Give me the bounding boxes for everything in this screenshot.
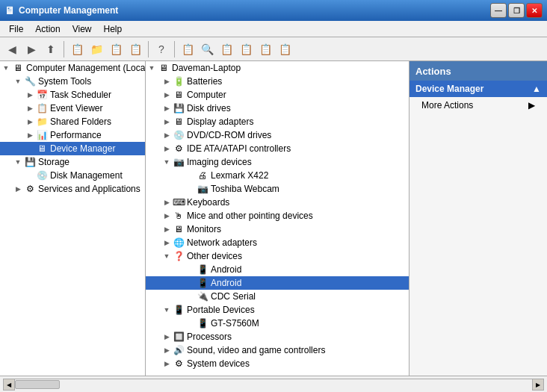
expand-middle-root[interactable]: ▼ [146, 64, 158, 72]
middle-item-imaging[interactable]: ▼ 📷 Imaging devices [146, 155, 409, 169]
expand-processors[interactable]: ▶ [161, 333, 173, 340]
forward-button[interactable]: ▶ [22, 40, 40, 58]
webcam-label: Toshiba Webcam [211, 184, 279, 194]
expand-monitors[interactable]: ▶ [161, 225, 173, 233]
tree-system-tools[interactable]: ▼ 🔧 System Tools [0, 75, 145, 88]
tree-device-manager[interactable]: 🖥 Device Manager [0, 142, 145, 155]
mice-label: Mice and other pointing devices [187, 211, 313, 221]
toolbar-btn-8[interactable]: 📋 [237, 40, 255, 58]
middle-item-sound[interactable]: ▶ 🔊 Sound, video and game controllers [146, 343, 409, 357]
menu-help[interactable]: Help [98, 22, 129, 36]
middle-item-monitors[interactable]: ▶ 🖥 Monitors [146, 223, 409, 236]
tree-performance[interactable]: ▶ 📊 Performance [0, 128, 145, 142]
middle-item-processors[interactable]: ▶ 🔲 Processors [146, 330, 409, 343]
toolbar-btn-10[interactable]: 📋 [276, 40, 294, 58]
actions-group-device-manager[interactable]: Device Manager ▲ [410, 81, 547, 97]
toolbar-btn-6[interactable]: 🔍 [198, 40, 216, 58]
up-button[interactable]: ⬆ [42, 40, 60, 58]
actions-group-label: Device Manager [415, 84, 483, 94]
scroll-left-button[interactable]: ◀ [3, 379, 15, 391]
expand-mice[interactable]: ▶ [161, 212, 173, 220]
gt-icon: 📱 [197, 317, 208, 329]
tree-storage[interactable]: ▼ 💾 Storage [0, 155, 145, 169]
expand-other[interactable]: ▼ [161, 252, 173, 260]
toolbar-btn-2[interactable]: 📁 [87, 40, 105, 58]
middle-item-lexmark[interactable]: 🖨 Lexmark X422 [146, 169, 409, 182]
tree-task-scheduler[interactable]: ▶ 📅 Task Scheduler [0, 88, 145, 102]
middle-item-computer[interactable]: ▶ 🖥 Computer [146, 88, 409, 102]
horizontal-scrollbar[interactable]: ◀ ▶ [3, 379, 544, 391]
menu-view[interactable]: View [67, 22, 98, 36]
scroll-thumb[interactable] [15, 380, 60, 389]
middle-item-android-1[interactable]: 📱 Android [146, 263, 409, 276]
tree-services-apps[interactable]: ▶ ⚙ Services and Applications [0, 182, 145, 196]
expand-network[interactable]: ▶ [161, 239, 173, 246]
middle-item-display[interactable]: ▶ 🖥 Display adapters [146, 115, 409, 128]
toolbar-btn-9[interactable]: 📋 [256, 40, 274, 58]
middle-tree[interactable]: ▼ 🖥 Daveman-Laptop ▶ 🔋 Batteries ▶ 🖥 Com… [146, 61, 409, 376]
expand-system-d[interactable]: ▶ [161, 360, 173, 367]
expand-sound[interactable]: ▶ [161, 346, 173, 354]
toolbar-btn-4[interactable]: 📋 [126, 40, 144, 58]
scroll-right-button[interactable]: ▶ [532, 379, 544, 391]
middle-item-system[interactable]: ▶ ⚙ System devices [146, 357, 409, 370]
middle-item-webcam[interactable]: 📷 Toshiba Webcam [146, 182, 409, 196]
toolbar-btn-3[interactable]: 📋 [107, 40, 125, 58]
expand-root[interactable]: ▼ [0, 64, 12, 72]
expand-event-viewer[interactable]: ▶ [24, 105, 36, 112]
actions-more-actions[interactable]: More Actions ▶ [410, 97, 547, 113]
middle-item-disk-drives[interactable]: ▶ 💾 Disk drives [146, 102, 409, 115]
middle-root-label: Daveman-Laptop [172, 63, 241, 73]
minimize-button[interactable]: — [490, 3, 507, 18]
middle-root[interactable]: ▼ 🖥 Daveman-Laptop [146, 61, 409, 75]
help-button[interactable]: ? [152, 40, 170, 58]
middle-item-portable[interactable]: ▼ 📱 Portable Devices [146, 303, 409, 317]
middle-item-cdc[interactable]: 🔌 CDC Serial [146, 290, 409, 303]
dvd-label: DVD/CD-ROM drives [187, 130, 271, 140]
menu-action[interactable]: Action [29, 22, 66, 36]
android-2-label: Android [211, 278, 241, 288]
expand-ide[interactable]: ▶ [161, 145, 173, 152]
tree-shared-folders[interactable]: ▶ 📁 Shared Folders [0, 115, 145, 128]
expand-display[interactable]: ▶ [161, 118, 173, 125]
tree-disk-management[interactable]: 💿 Disk Management [0, 169, 145, 182]
middle-item-android-2[interactable]: 📱 Android [146, 276, 409, 290]
expand-shared-folders[interactable]: ▶ [24, 118, 36, 125]
expand-computer[interactable]: ▶ [161, 91, 173, 99]
expand-keyboards[interactable]: ▶ [161, 199, 173, 206]
expand-disk-drives[interactable]: ▶ [161, 105, 173, 112]
middle-item-dvd[interactable]: ▶ 💿 DVD/CD-ROM drives [146, 128, 409, 142]
computer-icon: 🖥 [12, 62, 24, 74]
tree-event-viewer[interactable]: ▶ 📋 Event Viewer [0, 102, 145, 115]
toolbar: ◀ ▶ ⬆ 📋 📁 📋 📋 ? 📋 🔍 📋 📋 📋 📋 [0, 37, 547, 61]
middle-item-gt[interactable]: 📱 GT-S7560M [146, 317, 409, 330]
left-tree[interactable]: ▼ 🖥 Computer Management (Local ▼ 🔧 Syste… [0, 61, 145, 376]
middle-item-keyboards[interactable]: ▶ ⌨ Keyboards [146, 196, 409, 209]
expand-performance[interactable]: ▶ [24, 131, 36, 139]
expand-task-scheduler[interactable]: ▶ [24, 91, 36, 99]
expand-portable[interactable]: ▼ [161, 306, 173, 314]
actions-group-expand-icon: ▲ [532, 84, 541, 94]
back-button[interactable]: ◀ [3, 40, 21, 58]
expand-dvd[interactable]: ▶ [161, 131, 173, 139]
toolbar-btn-5[interactable]: 📋 [179, 40, 197, 58]
middle-item-ide[interactable]: ▶ ⚙ IDE ATA/ATAPI controllers [146, 142, 409, 155]
expand-storage[interactable]: ▼ [12, 158, 24, 166]
expand-batteries[interactable]: ▶ [161, 78, 173, 85]
tree-root[interactable]: ▼ 🖥 Computer Management (Local [0, 61, 145, 75]
expand-system-tools[interactable]: ▼ [12, 78, 24, 85]
middle-item-other[interactable]: ▼ ❓ Other devices [146, 249, 409, 263]
restore-button[interactable]: ❐ [508, 3, 525, 18]
close-button[interactable]: ✕ [526, 3, 543, 18]
toolbar-btn-7[interactable]: 📋 [217, 40, 235, 58]
expand-services-apps[interactable]: ▶ [12, 185, 24, 193]
show-hide-button[interactable]: 📋 [68, 40, 86, 58]
keyboard-icon: ⌨ [173, 196, 185, 208]
middle-item-mice[interactable]: ▶ 🖱 Mice and other pointing devices [146, 209, 409, 223]
middle-item-network[interactable]: ▶ 🌐 Network adapters [146, 236, 409, 249]
network-label: Network adapters [187, 237, 257, 248]
expand-imaging[interactable]: ▼ [161, 158, 173, 166]
menu-file[interactable]: File [3, 22, 29, 36]
middle-item-batteries[interactable]: ▶ 🔋 Batteries [146, 75, 409, 88]
computer-label: Computer [187, 90, 226, 100]
